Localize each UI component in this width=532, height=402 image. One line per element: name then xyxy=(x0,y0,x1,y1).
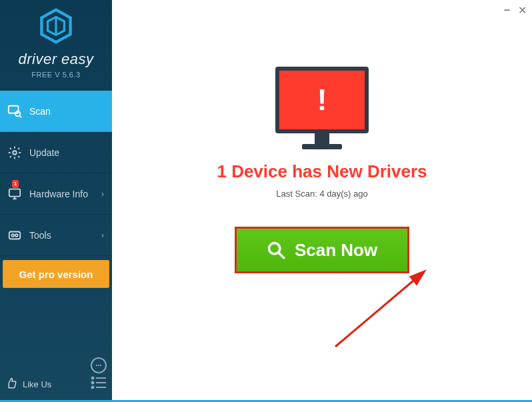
svg-line-5 xyxy=(19,115,21,117)
sidebar: driver easy FREE V 5.6.3 Scan Update xyxy=(0,0,112,400)
logo-icon xyxy=(38,8,74,47)
get-pro-button[interactable]: Get pro version xyxy=(3,260,109,288)
svg-point-12 xyxy=(15,234,18,237)
nav-item-label: Hardware Info xyxy=(29,189,88,199)
nav-item-update[interactable]: Update xyxy=(0,132,112,173)
annotation-arrow xyxy=(332,267,439,353)
content: ! 1 Device has New Drivers Last Scan: 4 … xyxy=(112,0,532,400)
tools-icon xyxy=(5,226,24,245)
update-badge: 1 xyxy=(12,180,19,188)
svg-rect-7 xyxy=(9,189,21,196)
main-panel: – ✕ ! 1 Device has New Drivers Last Scan… xyxy=(112,0,532,400)
nav-item-tools[interactable]: Tools › xyxy=(0,215,112,256)
nav-item-label: Scan xyxy=(29,106,51,117)
nav-item-label: Tools xyxy=(29,230,51,241)
svg-line-24 xyxy=(335,273,422,347)
nav-item-hardware-info[interactable]: 1 Hardware Info › xyxy=(0,173,112,215)
sidebar-bottom: Like Us xyxy=(0,352,112,400)
brand-block: driver easy FREE V 5.6.3 xyxy=(0,0,112,84)
chevron-right-icon: › xyxy=(101,189,104,199)
like-us-button[interactable]: Like Us xyxy=(5,377,51,391)
like-us-label: Like Us xyxy=(23,379,51,389)
svg-point-16 xyxy=(92,377,94,379)
alert-monitor-icon: ! xyxy=(275,67,369,149)
svg-point-20 xyxy=(92,387,94,389)
gear-icon xyxy=(5,143,24,162)
thumb-up-icon xyxy=(5,377,17,391)
scan-now-button[interactable]: Scan Now xyxy=(235,227,409,273)
nav: Scan Update 1 Hardware Info › xyxy=(0,91,112,288)
svg-point-11 xyxy=(11,234,14,237)
feedback-icon[interactable] xyxy=(91,357,107,373)
last-scan-text: Last Scan: 4 day(s) ago xyxy=(276,189,367,199)
alert-title: 1 Device has New Drivers xyxy=(217,161,427,182)
chevron-right-icon: › xyxy=(101,231,104,240)
brand-version: FREE V 5.6.3 xyxy=(31,71,80,79)
svg-point-6 xyxy=(13,151,17,155)
scan-icon xyxy=(5,102,24,121)
nav-item-scan[interactable]: Scan xyxy=(0,91,112,132)
svg-line-23 xyxy=(278,253,283,258)
svg-point-13 xyxy=(96,365,97,366)
svg-point-14 xyxy=(98,365,99,366)
search-icon xyxy=(267,241,285,259)
svg-point-15 xyxy=(100,365,101,366)
brand-name: driver easy xyxy=(18,51,93,68)
menu-icon[interactable] xyxy=(91,376,107,392)
nav-item-label: Update xyxy=(29,147,59,158)
scan-now-label: Scan Now xyxy=(295,240,377,261)
svg-point-18 xyxy=(92,382,94,384)
